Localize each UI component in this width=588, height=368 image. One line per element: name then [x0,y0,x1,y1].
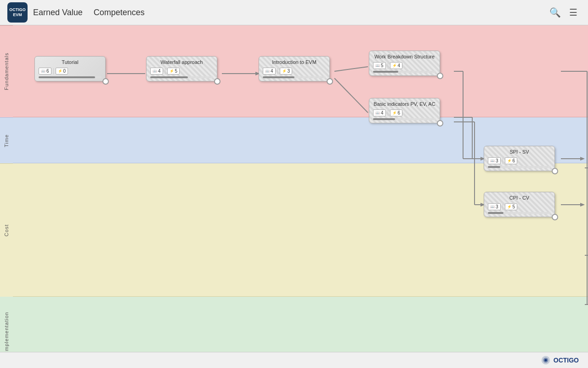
node-spi-title: SPI - SV [488,149,551,155]
node-waterfall-metrics: 📖 4 ⚡ 5 [150,68,213,75]
octigo-logo-icon [541,355,551,365]
intro-metric1: 4 [271,69,273,74]
star-icon6: ⚡ [507,159,512,163]
node-tutorial[interactable]: Tutorial 📖 6 ⚡ 0 [34,56,106,81]
spi-progress-bar [488,166,500,168]
tutorial-metric1: 6 [46,69,49,74]
node-intro-evm-metrics: 📖 4 ⚡ 3 [263,68,326,75]
star-icon4: ⚡ [392,63,397,68]
basic-progress-container [373,118,436,120]
book-icon5: 📖 [375,111,380,115]
wbs-progress-container [373,71,436,73]
node-waterfall-title: Waterfall approach [150,59,213,65]
node-basic-metrics: 📖 4 ⚡ 6 [373,109,436,116]
node-waterfall[interactable]: Waterfall approach 📖 4 ⚡ 5 [146,56,217,81]
cpi-metric2: 5 [513,204,515,209]
node-cpi-metrics: 📖 3 ⚡ 5 [488,203,551,210]
wbs-book-box: 📖 5 [373,62,386,69]
basic-star-box: ⚡ 6 [390,109,403,116]
tutorial-progress-container [39,76,102,78]
node-wbs[interactable]: Work Breakdown Structure 📖 5 ⚡ 4 [369,51,440,76]
star-icon5: ⚡ [392,111,397,115]
intro-book-box: 📖 4 [263,68,276,75]
label-time: Time [0,117,13,163]
book-icon4: 📖 [375,63,380,68]
cpi-metric1: 3 [496,204,498,209]
metric-star-box: ⚡ 0 [56,68,68,75]
star-icon7: ⚡ [507,205,512,209]
label-fundamentals: Fundamentals [0,25,13,117]
basic-book-box: 📖 4 [373,109,386,116]
footer: OCTIGO [0,352,588,368]
zone-cost [13,163,588,297]
metric-book-icon-box: 📖 6 [39,68,51,75]
wbs-metric1: 5 [381,63,384,68]
intro-connector [327,78,333,85]
tutorial-progress-bar [39,76,95,78]
node-tutorial-title: Tutorial [39,59,102,65]
header: OCTIGO EVM Earned Value Competences 🔍 ☰ [0,0,588,25]
star-icon: ⚡ [58,69,62,74]
cpi-book-box: 📖 3 [488,203,501,210]
menu-icon[interactable]: ☰ [566,5,581,20]
book-icon6: 📖 [490,159,495,163]
book-icon2: 📖 [153,69,157,74]
node-spi-metrics: 📖 3 ⚡ 6 [488,157,551,164]
waterfall-metric2: 5 [175,69,178,74]
logo-text: OCTIGO EVM [9,7,26,17]
intro-progress-container [263,76,326,78]
label-cost: Cost [0,163,13,297]
svg-point-29 [544,359,547,362]
node-wbs-title: Work Breakdown Structure [373,54,436,59]
waterfall-star-box: ⚡ 5 [167,68,180,75]
node-wbs-metrics: 📖 5 ⚡ 4 [373,62,436,69]
waterfall-metric1: 4 [158,69,161,74]
book-icon7: 📖 [490,205,495,209]
intro-progress-bar [263,76,294,78]
spi-star-box: ⚡ 6 [505,157,518,164]
tutorial-metric2: 0 [63,69,66,74]
node-intro-evm[interactable]: Introduction to EVM 📖 4 ⚡ 3 [259,56,330,81]
node-intro-evm-title: Introduction to EVM [263,59,326,65]
book-icon: 📖 [41,69,45,74]
spi-book-box: 📖 3 [488,157,501,164]
star-icon2: ⚡ [170,69,174,74]
waterfall-progress-container [150,76,213,78]
basic-metric2: 6 [398,110,401,115]
spi-metric2: 6 [513,158,515,163]
node-spi-sv[interactable]: SPI - SV 📖 3 ⚡ 6 [484,146,555,171]
tutorial-connector [102,78,109,85]
waterfall-book-box: 📖 4 [150,68,163,75]
node-cpi-title: CPI - CV [488,195,551,201]
waterfall-progress-bar [150,76,188,78]
node-tutorial-metrics: 📖 6 ⚡ 0 [39,68,102,75]
node-cpi-cv[interactable]: CPI - CV 📖 3 ⚡ 5 [484,192,555,217]
cpi-progress-bar [488,212,503,214]
cpi-progress-container [488,212,551,214]
book-icon3: 📖 [265,69,270,74]
waterfall-connector [214,78,220,85]
node-basic-indicators[interactable]: Basic indicators PV, EV, AC 📖 4 ⚡ 6 [369,98,440,123]
side-labels: Fundamentals Time Cost Implementation [0,25,13,368]
app-logo[interactable]: OCTIGO EVM [7,2,28,23]
intro-star-box: ⚡ 3 [280,68,293,75]
spi-metric1: 3 [496,158,498,163]
flow-canvas: Tutorial 📖 6 ⚡ 0 Waterfall approach [13,25,588,368]
spi-progress-container [488,166,551,168]
spi-connector [552,168,558,174]
basic-connector [437,120,443,126]
intro-metric2: 3 [288,69,290,74]
app-title: Earned Value [33,8,83,17]
wbs-star-box: ⚡ 4 [390,62,403,69]
star-icon3: ⚡ [282,69,287,74]
search-icon[interactable]: 🔍 [548,5,562,20]
canvas-area: Fundamentals Time Cost Implementation [0,25,588,368]
octigo-logo: OCTIGO [541,355,579,365]
octigo-brand-text: OCTIGO [554,356,579,364]
wbs-metric2: 4 [398,63,401,68]
wbs-progress-bar [373,71,398,73]
app-subtitle: Competences [94,8,145,17]
cpi-connector [552,214,558,220]
cpi-star-box: ⚡ 5 [505,203,518,210]
wbs-connector [437,73,443,79]
